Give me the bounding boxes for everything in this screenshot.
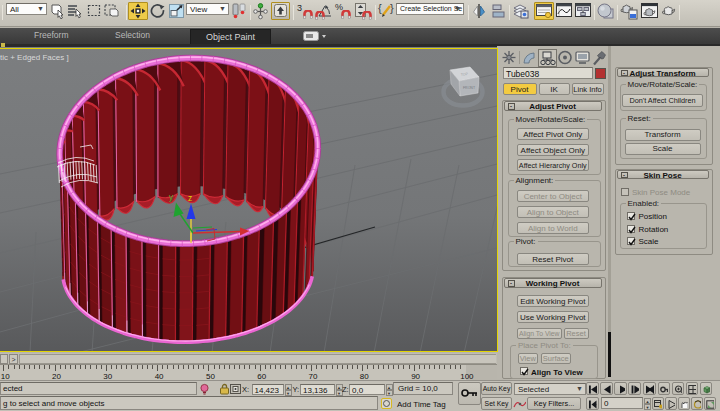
svg-text:z: z bbox=[188, 193, 192, 203]
svg-text:tic + Edged Faces ]: tic + Edged Faces ] bbox=[0, 53, 69, 62]
svg-text:FRONT: FRONT bbox=[463, 86, 476, 90]
